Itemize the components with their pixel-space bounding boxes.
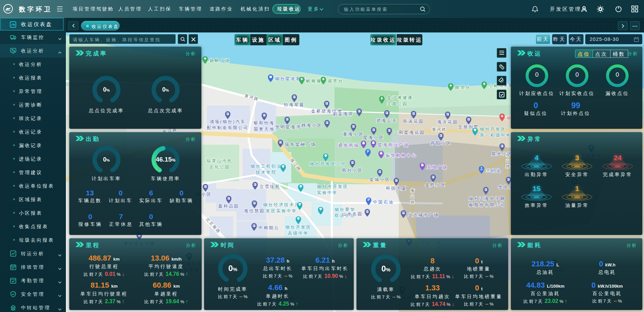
svg-text:海信慧园: 海信慧园 bbox=[244, 209, 265, 213]
svg-text:观景台: 观景台 bbox=[328, 79, 344, 83]
svg-text:路: 路 bbox=[506, 164, 511, 169]
svg-text:路: 路 bbox=[411, 200, 416, 205]
svg-text:黄海小区: 黄海小区 bbox=[343, 132, 364, 137]
svg-text:第一初级中学: 第一初级中学 bbox=[480, 133, 511, 138]
svg-text:科技大厦: 科技大厦 bbox=[386, 186, 407, 191]
svg-text:华明星海湾: 华明星海湾 bbox=[275, 125, 301, 129]
svg-text:山水名园: 山水名园 bbox=[342, 212, 363, 216]
svg-text:金胜小区: 金胜小区 bbox=[425, 183, 446, 187]
svg-text:浦项(烟台)汽车: 浦项(烟台)汽车 bbox=[209, 119, 246, 124]
svg-text:烟台开发区: 烟台开发区 bbox=[480, 127, 506, 131]
svg-text:烟台开发区二中: 烟台开发区二中 bbox=[310, 162, 347, 166]
svg-text:板股份有限公司: 板股份有限公司 bbox=[469, 202, 506, 207]
svg-text:黄河路: 黄河路 bbox=[432, 127, 447, 132]
svg-text:主题公园: 主题公园 bbox=[387, 101, 408, 106]
svg-text:盈科品园: 盈科品园 bbox=[218, 204, 239, 209]
svg-text:烟台爱华: 烟台爱华 bbox=[335, 207, 355, 212]
svg-text:文化公园: 文化公园 bbox=[209, 165, 230, 169]
svg-text:天地广场: 天地广场 bbox=[427, 165, 448, 170]
svg-text:烟台工程职业: 烟台工程职业 bbox=[251, 164, 282, 169]
svg-text:银和怡海: 银和怡海 bbox=[253, 121, 275, 125]
svg-text:中粮朗云: 中粮朗云 bbox=[258, 225, 279, 230]
svg-text:烟台开发区: 烟台开发区 bbox=[285, 225, 312, 230]
svg-text:金沙滩健康: 金沙滩健康 bbox=[387, 95, 413, 100]
svg-text:金城小区: 金城小区 bbox=[369, 177, 390, 182]
svg-text:配件制造有限公司: 配件制造有限公司 bbox=[207, 125, 249, 130]
svg-text:福莱山市民: 福莱山市民 bbox=[206, 159, 233, 163]
svg-text:三和星海花园: 三和星海花园 bbox=[394, 130, 425, 135]
svg-text:听涛花园: 听涛花园 bbox=[403, 119, 424, 124]
svg-text:蔚蓝海岸: 蔚蓝海岸 bbox=[333, 112, 354, 116]
svg-text:帆雕像: 帆雕像 bbox=[306, 79, 322, 83]
svg-text:发区实验中学: 发区实验中学 bbox=[266, 209, 297, 213]
svg-text:星海商业广场: 星海商业广场 bbox=[378, 143, 409, 147]
svg-text:瞭望台: 瞭望台 bbox=[455, 85, 471, 90]
svg-text:烟台市开发区: 烟台市开发区 bbox=[317, 184, 348, 189]
svg-text:烟台经济技术开: 烟台经济技术开 bbox=[263, 202, 300, 207]
svg-text:晨光小区: 晨光小区 bbox=[492, 151, 513, 156]
svg-text:通发商城: 通发商城 bbox=[338, 143, 359, 148]
svg-text:技术学院: 技术学院 bbox=[255, 170, 277, 175]
svg-text:凤台小区: 凤台小区 bbox=[342, 168, 363, 173]
svg-text:星海小区: 星海小区 bbox=[363, 135, 384, 140]
svg-text:振华购物中心: 振华购物中心 bbox=[386, 153, 417, 158]
svg-text:烟台正海电子网: 烟台正海电子网 bbox=[469, 196, 506, 201]
svg-text:丹阳小区: 丹阳小区 bbox=[430, 141, 451, 146]
svg-text:海滨花园: 海滨花园 bbox=[437, 120, 458, 124]
svg-text:瑞东金融广场: 瑞东金融广场 bbox=[285, 142, 316, 147]
svg-text:高级中学: 高级中学 bbox=[288, 231, 309, 236]
svg-text:静海小区: 静海小区 bbox=[301, 123, 322, 128]
svg-text:怡海翠庭: 怡海翠庭 bbox=[283, 102, 305, 107]
svg-text:山: 山 bbox=[506, 158, 511, 163]
svg-text:立雪佳苑: 立雪佳苑 bbox=[259, 184, 280, 189]
svg-text:扬帆广场: 扬帆广场 bbox=[209, 58, 230, 63]
svg-text:国奥天地: 国奥天地 bbox=[254, 127, 275, 131]
svg-text:衡: 衡 bbox=[411, 188, 416, 193]
svg-text:业达城市广场: 业达城市广场 bbox=[408, 213, 439, 217]
svg-text:中国石油: 中国石油 bbox=[373, 200, 394, 205]
svg-text:实验中学: 实验中学 bbox=[317, 190, 338, 195]
svg-text:碧海云天: 碧海云天 bbox=[376, 118, 397, 123]
svg-text:山: 山 bbox=[411, 194, 416, 199]
svg-text:兰码头: 兰码头 bbox=[486, 168, 502, 173]
